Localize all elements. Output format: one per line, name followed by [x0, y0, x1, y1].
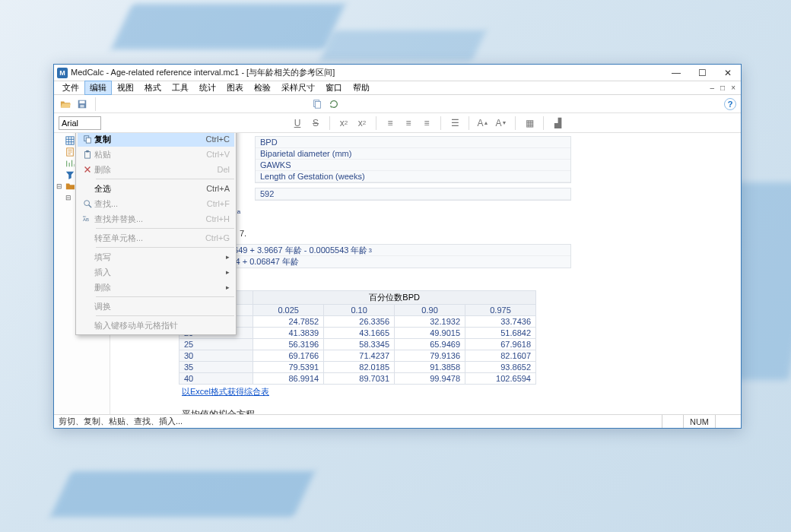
- menu-item[interactable]: 全选Ctrl+A: [78, 181, 234, 196]
- status-cell-1: [662, 415, 683, 428]
- pct-col: 0.90: [395, 305, 465, 316]
- menu-格式[interactable]: 格式: [139, 81, 167, 95]
- subscript-button[interactable]: x2: [336, 116, 351, 131]
- bpd-col-header: 百分位数BPD: [253, 291, 536, 305]
- table-row: 3579.539182.018591.385893.8652: [179, 362, 536, 373]
- mdi-restore[interactable]: □: [718, 84, 727, 92]
- save-icon[interactable]: [75, 97, 89, 111]
- table-row: 4086.991489.703199.9478102.6594: [179, 373, 536, 385]
- svg-rect-5: [65, 136, 73, 144]
- svg-rect-2: [80, 104, 84, 107]
- table-button[interactable]: ▦: [522, 116, 537, 131]
- edit-menu-dropdown: 不能取消剪切Ctrl+X复制Ctrl+C粘贴Ctrl+V删除Del全选Ctrl+…: [75, 133, 237, 335]
- menu-统计[interactable]: 统计: [194, 81, 221, 95]
- toolbar-main: ?: [54, 95, 741, 113]
- align-left-button[interactable]: ≡: [383, 116, 398, 131]
- mdi-close[interactable]: ×: [729, 84, 738, 92]
- underline-button[interactable]: U: [290, 116, 305, 131]
- maximize-button[interactable]: ☐: [689, 65, 715, 81]
- menu-item: 插入▸: [78, 264, 234, 280]
- menu-检验[interactable]: 检验: [249, 81, 276, 95]
- menu-item: 查找...Ctrl+F: [78, 196, 234, 211]
- menu-编辑[interactable]: 编辑: [84, 81, 112, 95]
- app-window: M MedCalc - Age-related reference interv…: [53, 64, 742, 429]
- svg-rect-13: [86, 150, 88, 153]
- menu-帮助[interactable]: 帮助: [348, 81, 375, 95]
- pct-col: 0.10: [324, 305, 395, 316]
- mdi-doc-controls: – □ ×: [708, 84, 738, 92]
- app-icon: M: [57, 68, 68, 78]
- align-center-button[interactable]: ≡: [401, 116, 416, 131]
- refresh-icon[interactable]: [327, 97, 341, 111]
- open-icon[interactable]: [59, 97, 72, 111]
- menu-item: 调换: [78, 299, 234, 314]
- superscript-button[interactable]: x2: [354, 116, 370, 131]
- align-right-button[interactable]: ≡: [419, 116, 434, 131]
- font-grow-button[interactable]: A▲: [475, 116, 491, 131]
- variable-info-box: BPD Biparietal diameter (mm) GAWKS Lengt…: [255, 136, 571, 183]
- table-row: 3069.176671.423779.913682.1607: [179, 350, 536, 362]
- menu-item: 粘贴Ctrl+V: [78, 147, 234, 162]
- status-cell-3: [715, 415, 736, 428]
- menu-视图[interactable]: 视图: [112, 81, 139, 95]
- close-button[interactable]: ✕: [715, 65, 741, 81]
- var2-desc: Length of Gestation (weeks): [256, 171, 570, 182]
- statusbar: 剪切、复制、粘贴、查找、插入... NUM: [54, 414, 741, 428]
- chart-button[interactable]: ▟: [550, 116, 565, 131]
- step-7: 7.: [240, 221, 741, 244]
- titlebar: M MedCalc - Age-related reference interv…: [54, 65, 741, 81]
- svg-rect-12: [85, 152, 91, 159]
- var1-desc: Biparietal diameter (mm): [256, 148, 570, 159]
- svg-rect-11: [86, 138, 91, 143]
- svg-point-14: [84, 201, 90, 206]
- menu-采样尺寸[interactable]: 采样尺寸: [276, 81, 320, 95]
- menu-item: ABac查找并替换...Ctrl+H: [78, 211, 234, 226]
- menu-item: 输入键移动单元格指针: [78, 318, 234, 333]
- font-shrink-button[interactable]: A▼: [494, 116, 509, 131]
- status-text: 剪切、复制、粘贴、查找、插入...: [59, 416, 183, 427]
- menu-文件[interactable]: 文件: [57, 81, 84, 95]
- table-row: 2556.319658.334565.946967.9618: [179, 339, 536, 350]
- window-title: MedCalc - Age-related reference interval…: [71, 67, 663, 78]
- excel-export-link[interactable]: 以Excel格式获得综合表: [179, 385, 269, 402]
- help-icon[interactable]: ?: [724, 98, 736, 110]
- list-button[interactable]: ☰: [447, 116, 462, 131]
- menubar: 文件编辑视图格式工具统计图表检验采样尺寸窗口帮助 – □ ×: [54, 81, 741, 95]
- pct-col: 0.975: [465, 305, 536, 316]
- menu-工具[interactable]: 工具: [167, 81, 194, 95]
- menu-窗口[interactable]: 窗口: [320, 81, 348, 95]
- fit-heading: 平均值的拟合方程: [179, 405, 741, 414]
- menu-item[interactable]: 复制Ctrl+C: [78, 133, 234, 147]
- bpd-heading: BPDa: [214, 204, 741, 221]
- menu-item: 删除▸: [78, 280, 234, 295]
- status-numlock: NUM: [683, 415, 715, 428]
- n-value: 592: [256, 188, 570, 199]
- var2-name: GAWKS: [256, 160, 570, 170]
- toolbar-format: U S x2 x2 ≡ ≡ ≡ ☰ A▲ A▼ ▦ ▟: [54, 113, 741, 133]
- copy-sheet-icon[interactable]: [310, 97, 324, 111]
- menu-item: 删除Del: [78, 162, 234, 177]
- mdi-minimize[interactable]: –: [708, 84, 717, 92]
- menu-item: 填写▸: [78, 249, 234, 264]
- strike-button[interactable]: S: [308, 116, 323, 131]
- n-box: 592: [255, 188, 571, 201]
- percentile-heading: 百分位数: [179, 273, 741, 290]
- equation-table: -28.3649 + 3.9667 年龄 - 0.0005543 年龄3 1.2…: [209, 244, 571, 268]
- svg-rect-4: [315, 101, 320, 108]
- minimize-button[interactable]: —: [663, 65, 689, 81]
- svg-rect-1: [80, 100, 85, 103]
- menu-图表[interactable]: 图表: [221, 81, 249, 95]
- font-family-input[interactable]: [59, 116, 101, 130]
- pct-col: 0.025: [253, 305, 324, 316]
- menu-item: 转至单元格...Ctrl+G: [78, 230, 234, 245]
- var1-name: BPD: [256, 137, 570, 147]
